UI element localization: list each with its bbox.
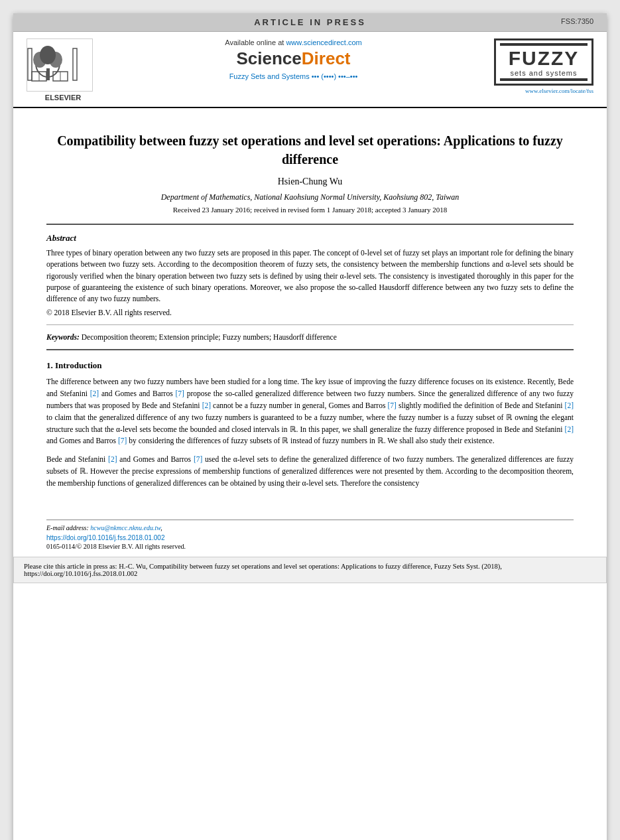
received-dates: Received 23 January 2016; received in re… <box>46 206 574 214</box>
ref-2a[interactable]: [2] <box>90 389 99 397</box>
ref-2e[interactable]: [2] <box>108 455 117 463</box>
science-text: Science <box>237 48 302 68</box>
article-in-press-banner: ARTICLE IN PRESS <box>13 13 607 32</box>
article-title: Compatibility between fuzzy set operatio… <box>46 131 574 169</box>
keywords-text: Decomposition theorem; Extension princip… <box>82 333 337 341</box>
footer-section: E-mail address: hcwu@nkmcc.nknu.edu.tw, … <box>46 520 574 550</box>
citation-box: Please cite this article in press as: H.… <box>13 557 607 583</box>
header-section: ELSEVIER Available online at www.science… <box>13 32 607 108</box>
header-center: Available online at www.sciencedirect.co… <box>99 38 487 80</box>
abstract-copyright: © 2018 Elsevier B.V. All rights reserved… <box>46 309 574 316</box>
email-link[interactable]: hcwu@nkmcc.nknu.edu.tw <box>90 524 160 531</box>
elsevier-logo-image <box>27 38 93 92</box>
available-online-text: Available online at www.sciencedirect.co… <box>106 38 481 46</box>
keywords-label: Keywords: <box>46 333 80 341</box>
journal-line: Fuzzy Sets and Systems ••• (••••) •••–••… <box>106 72 481 80</box>
direct-text: Direct <box>302 48 351 68</box>
email-footnote: E-mail address: hcwu@nkmcc.nknu.edu.tw, <box>46 524 574 531</box>
fuzzy-logo-top-line <box>500 43 588 46</box>
ref-7a[interactable]: [7] <box>175 389 184 397</box>
sciencedirect-url[interactable]: www.sciencedirect.com <box>286 38 361 46</box>
abstract-section: Abstract Three types of binary operation… <box>46 233 574 316</box>
ref-7c[interactable]: [7] <box>118 437 127 445</box>
divider-after-meta <box>46 224 574 225</box>
svg-point-4 <box>40 46 56 64</box>
ref-2d[interactable]: [2] <box>565 425 574 433</box>
fuzzy-logo-box: FUZZY sets and systems <box>494 38 593 86</box>
fuzzy-url-link[interactable]: www.elsevier.com/locate/fss <box>525 88 593 94</box>
elsevier-svg <box>27 45 93 85</box>
email-label: E-mail address: <box>46 524 89 531</box>
elsevier-logo: ELSEVIER <box>27 38 99 102</box>
ref-2c[interactable]: [2] <box>565 401 574 409</box>
author-name: Hsien-Chung Wu <box>46 176 574 187</box>
abstract-text: Three types of binary operation between … <box>46 247 574 305</box>
svg-rect-10 <box>73 48 77 80</box>
main-content: Compatibility between fuzzy set operatio… <box>13 108 607 506</box>
abstract-title: Abstract <box>46 233 574 244</box>
banner-text: ARTICLE IN PRESS <box>254 17 366 27</box>
ref-7d[interactable]: [7] <box>194 455 202 463</box>
ref-2b[interactable]: [2] <box>202 401 211 409</box>
fuzzy-word: FUZZY <box>500 47 588 69</box>
divider-after-keywords <box>46 349 574 350</box>
affiliation: Department of Mathematics, National Kaoh… <box>46 192 574 202</box>
page: ARTICLE IN PRESS FSS:7350 <box>13 13 607 840</box>
keywords-section: Keywords: Decomposition theorem; Extensi… <box>46 333 574 341</box>
fuzzy-sub: sets and systems <box>500 69 588 77</box>
divider-keywords <box>46 324 574 325</box>
footer-copyright: 0165-0114/© 2018 Elsevier B.V. All right… <box>46 543 574 550</box>
ref-7b[interactable]: [7] <box>387 401 396 409</box>
intro-paragraph-1: The difference between any two fuzzy num… <box>46 376 574 447</box>
doi-link[interactable]: https://doi.org/10.1016/j.fss.2018.01.00… <box>46 534 574 541</box>
fuzzy-url[interactable]: www.elsevier.com/locate/fss <box>525 88 593 94</box>
sciencedirect-title: ScienceDirect <box>106 48 481 69</box>
citation-text: Please cite this article in press as: H.… <box>24 563 502 577</box>
svg-rect-9 <box>28 48 32 80</box>
intro-paragraph-2: Bede and Stefanini [2] and Gomes and Bar… <box>46 454 574 489</box>
header-right: FUZZY sets and systems www.elsevier.com/… <box>487 38 593 94</box>
intro-section-title: 1. Introduction <box>46 360 574 371</box>
fuzzy-logo-bottom-line <box>500 78 588 81</box>
fss-number: FSS:7350 <box>561 17 593 25</box>
elsevier-label: ELSEVIER <box>27 94 99 102</box>
